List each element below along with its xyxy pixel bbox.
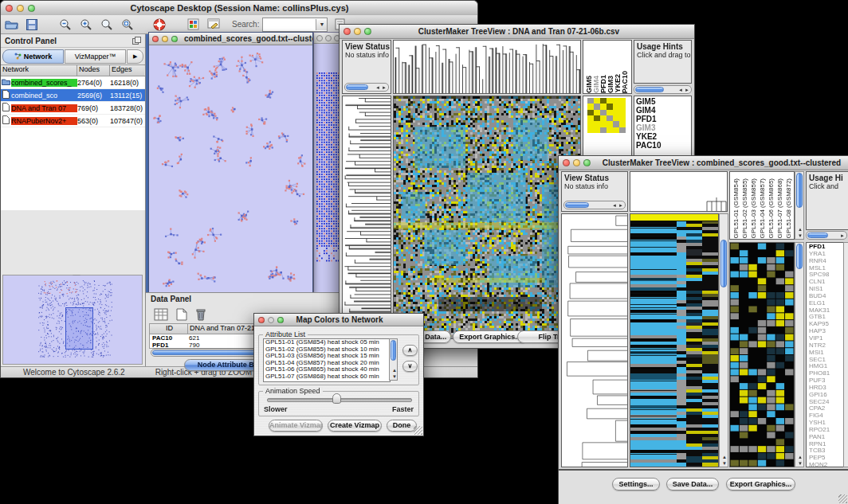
float-panel-icon[interactable] [132, 33, 141, 48]
tv2-heatmap[interactable] [630, 214, 718, 467]
tv1-status-right-arrow[interactable]: ► [382, 85, 387, 90]
tv2-heatmap-pane[interactable] [630, 213, 719, 467]
attribute-item-gpl51-07[interactable]: GPL51-07 (GSM868) heat shock 60 min [264, 373, 390, 381]
tv2-column-dendrogram-pane[interactable] [630, 171, 728, 212]
tv1-usage-hscrollbar[interactable]: ◄ ► [634, 85, 692, 94]
move-up-button[interactable]: ∧ [402, 345, 418, 356]
inactive-minimize-button[interactable] [325, 35, 332, 41]
tv1-status-hscrollbar[interactable]: ◄ ► [344, 83, 389, 92]
tab-network[interactable]: Network [2, 49, 64, 64]
network-row-dna-and-tran-07[interactable]: DNA and Tran 07769(0)183728(0) [1, 102, 145, 115]
speed-slider-thumb[interactable] [332, 393, 341, 404]
tv2-zoom-vscrollbar[interactable]: ▲ ▼ [795, 242, 804, 467]
tv2-status-right-arrow[interactable]: ► [618, 203, 623, 208]
tv2-button-export-graphics[interactable]: Export Graphics... [726, 478, 795, 490]
attribute-list-vscroll-thumb[interactable] [391, 340, 396, 361]
attribute-list-down-arrow[interactable]: ▼ [392, 374, 397, 379]
tv2-zoom-down-arrow[interactable]: ▼ [798, 461, 803, 466]
delete-attribute-icon[interactable] [192, 307, 210, 322]
network-row-combined-sco[interactable]: combined_sco2569(6)13112(15) [1, 89, 145, 102]
main-title-bar[interactable]: Cytoscape Desktop (Session Name: collins… [1, 1, 477, 16]
animate-vizmap-button[interactable]: Animate Vizmap [269, 420, 323, 432]
save-button[interactable] [23, 17, 41, 33]
tv2-status-hscrollbar[interactable]: ◄ ► [563, 201, 626, 209]
tv1-zoom-button[interactable] [364, 28, 371, 35]
help-lifebuoy-icon[interactable] [151, 17, 168, 33]
tv1-row-dendro[interactable] [343, 96, 391, 338]
dialog-zoom-button[interactable] [277, 317, 284, 323]
done-button[interactable]: Done [387, 420, 417, 432]
move-down-button[interactable]: ∨ [402, 361, 418, 372]
attribute-listbox[interactable]: GPL51-01 (GSM854) heat shock 05 minGPL51… [263, 338, 391, 382]
dialog-close-button[interactable] [258, 317, 265, 323]
search-input[interactable] [263, 19, 316, 30]
treeview1-titlebar[interactable]: ClusterMaker TreeView : DNA and Tran 07-… [340, 25, 694, 39]
tv2-row-dendro[interactable] [562, 214, 627, 467]
overview-canvas[interactable] [3, 275, 142, 364]
annotation-icon[interactable] [205, 17, 222, 33]
tv1-column-dendrogram-pane[interactable] [393, 40, 581, 94]
network-row-combined-scores[interactable]: combined_scores_2764(0)16218(0) [1, 76, 145, 89]
tv1-button-export-graphics[interactable]: Export Graphics... [453, 330, 528, 343]
zoom-out-icon[interactable] [57, 17, 74, 33]
tv2-zoom-vscroll-thumb[interactable] [796, 244, 803, 269]
tv2-zoom[interactable] [730, 243, 794, 467]
network-canvas[interactable] [149, 45, 311, 292]
search-dropdown-arrow[interactable]: ▼ [316, 19, 327, 30]
new-attribute-icon[interactable] [173, 307, 190, 322]
tv2-minimize-button[interactable] [573, 159, 580, 166]
modify-network-icon[interactable] [184, 17, 202, 33]
dialog-resize-grip[interactable] [414, 426, 422, 435]
tv2-heatmap-vscroll-thumb[interactable] [720, 240, 727, 287]
tv2-usage-hscrollbar[interactable]: ► [806, 231, 847, 240]
tv2-labels-vscrollbar[interactable]: ▲ ▼ [795, 171, 804, 240]
tv1-minimize-button[interactable] [354, 28, 361, 35]
tv1-row-dendrogram-pane[interactable] [342, 96, 391, 339]
frame-close-button[interactable] [152, 36, 159, 42]
zoom-button[interactable] [28, 5, 35, 12]
tv2-usage-hscroll-thumb[interactable] [807, 232, 828, 238]
tv1-status-left-arrow[interactable]: ◄ [375, 85, 380, 90]
zoom-selected-icon[interactable] [119, 17, 136, 33]
tv2-button-settings[interactable]: Settings... [612, 478, 660, 490]
tv2-labels-vscroll-thumb[interactable] [796, 173, 803, 208]
tv2-usage-right-arrow[interactable]: ► [840, 233, 845, 238]
network-row-rnapubernov2[interactable]: RNAPuberNov2+563(0)107847(0) [1, 115, 145, 127]
treeview2-titlebar[interactable]: ClusterMaker TreeView : combined_scores_… [559, 156, 848, 170]
frame-zoom-button[interactable] [171, 36, 178, 42]
tab-overflow-arrow[interactable]: ▶ [127, 49, 143, 64]
tv2-resize-grip[interactable] [838, 494, 847, 503]
minimize-button[interactable] [17, 5, 24, 12]
tv1-heatmap-pane[interactable] [393, 96, 581, 339]
tv2-zoom-pane[interactable] [729, 242, 795, 467]
frame-minimize-button[interactable] [162, 36, 168, 42]
inactive-close-button[interactable] [316, 35, 323, 41]
tv2-button-save-data[interactable]: Save Data... [666, 478, 719, 490]
tv1-col-dendro[interactable] [394, 41, 580, 93]
tv2-row-dendrogram-pane[interactable] [561, 213, 628, 467]
create-vizmap-button[interactable]: Create Vizmap [328, 420, 382, 432]
attribute-list-up-arrow[interactable]: ▲ [392, 368, 397, 373]
zoom-in-icon[interactable] [77, 17, 95, 33]
dialog-minimize-button[interactable] [268, 317, 274, 323]
tv2-zoom-button[interactable] [583, 159, 591, 166]
network-frame-titlebar[interactable]: combined_scores_good.txt--cluste... [149, 33, 312, 45]
tv2-status-hscroll-thumb[interactable] [565, 202, 589, 208]
tv2-genelist-vscrollbar[interactable] [843, 242, 848, 467]
attribute-select-icon[interactable] [152, 307, 170, 322]
tv2-heatmap-vscrollbar[interactable]: ▲ ▼ [719, 213, 728, 467]
tv1-usage-right-arrow[interactable]: ► [685, 88, 689, 92]
dialog-titlebar[interactable]: Map Colors to Network [254, 314, 423, 326]
tv2-labels-up-arrow[interactable]: ▲ [798, 227, 803, 232]
open-file-button[interactable] [2, 17, 20, 33]
tv1-close-button[interactable] [344, 28, 351, 35]
tv2-col-dendro[interactable] [630, 172, 727, 211]
close-button[interactable] [6, 5, 13, 12]
zoom-fit-icon[interactable] [98, 17, 116, 33]
tv2-labels-down-arrow[interactable]: ▼ [798, 233, 803, 238]
tv2-zoom-up-arrow[interactable]: ▲ [798, 455, 803, 459]
tv2-close-button[interactable] [563, 159, 570, 166]
tv1-status-hscroll-thumb[interactable] [346, 84, 368, 90]
network-overview-panel[interactable] [2, 275, 143, 365]
tv2-heatmap-down-arrow[interactable]: ▼ [722, 461, 727, 466]
